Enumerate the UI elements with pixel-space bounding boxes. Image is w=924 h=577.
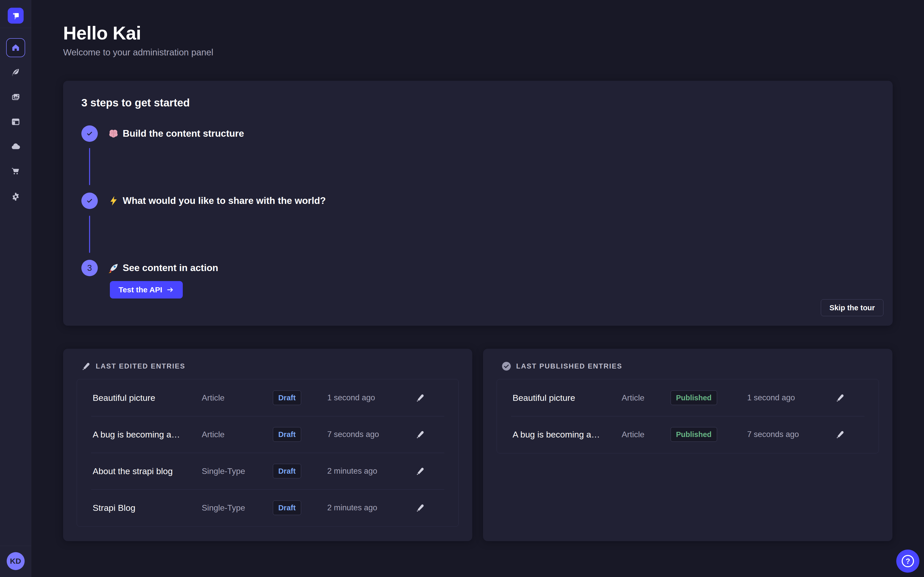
sidebar-item-media-library[interactable] <box>6 88 25 107</box>
help-button[interactable]: ? <box>896 550 919 573</box>
sidebar-item-settings[interactable] <box>6 187 25 206</box>
entry-type: Article <box>622 393 645 402</box>
pencil-icon <box>415 393 425 403</box>
last-published-header: LAST PUBLISHED ENTRIES <box>501 361 622 372</box>
onboarding-card: 3 steps to get started Build the content… <box>63 81 893 326</box>
sidebar-divider-bottom <box>0 546 31 546</box>
entry-type: Article <box>622 430 645 439</box>
table-row: Strapi Blog Single-Type Draft 2 minutes … <box>77 489 459 526</box>
question-mark-icon: ? <box>902 555 914 567</box>
last-edited-header: LAST EDITED ENTRIES <box>81 361 185 372</box>
entry-title: A bug is becoming a… <box>512 429 600 439</box>
status-badge: Published <box>671 390 717 405</box>
edit-entry-button[interactable] <box>413 464 428 478</box>
check-circle-icon <box>501 361 512 371</box>
step-connector-1 <box>89 148 90 185</box>
pencil-icon <box>415 503 425 513</box>
entry-time: 1 second ago <box>327 393 375 402</box>
arrow-right-icon <box>166 286 174 293</box>
status-badge: Draft <box>273 427 301 442</box>
entry-time: 2 minutes ago <box>327 466 377 476</box>
last-edited-card: LAST EDITED ENTRIES Beautiful picture Ar… <box>63 349 472 541</box>
status-badge: Draft <box>273 464 301 478</box>
entry-type: Single-Type <box>202 466 245 476</box>
user-avatar[interactable]: KD <box>6 552 25 570</box>
strapi-admin-dashboard: KD Hello Kai Welcome to your administrat… <box>0 0 924 577</box>
strapi-logo-icon <box>10 10 21 21</box>
page-subtitle: Welcome to your administration panel <box>63 47 213 58</box>
entry-time: 7 seconds ago <box>747 430 799 439</box>
entry-title: Beautiful picture <box>93 393 155 403</box>
layout-icon <box>10 116 21 127</box>
onboarding-title: 3 steps to get started <box>81 97 190 109</box>
skip-tour-label: Skip the tour <box>829 304 875 312</box>
last-published-table: Beautiful picture Article Published 1 se… <box>497 379 879 453</box>
table-row: Beautiful picture Article Draft 1 second… <box>77 379 459 416</box>
brain-emoji-icon <box>108 128 119 139</box>
sidebar-item-content-type-builder[interactable] <box>6 112 25 131</box>
skip-tour-button[interactable]: Skip the tour <box>821 299 884 316</box>
media-library-icon <box>10 92 21 103</box>
entry-type: Single-Type <box>202 503 245 513</box>
cloud-icon <box>10 141 21 152</box>
pencil-icon <box>81 361 91 371</box>
step-3-label: See content in action <box>108 263 218 273</box>
strapi-logo[interactable] <box>8 8 24 24</box>
sidebar-item-content-manager[interactable] <box>6 63 25 82</box>
entry-time: 1 second ago <box>747 393 795 402</box>
sidebar: KD <box>0 0 31 577</box>
table-row: Beautiful picture Article Published 1 se… <box>497 379 879 416</box>
sidebar-item-deploy[interactable] <box>6 137 25 156</box>
entry-title: A bug is becoming a… <box>93 429 180 439</box>
table-row: About the strapi blog Single-Type Draft … <box>77 453 459 489</box>
entry-time: 7 seconds ago <box>327 430 379 439</box>
pencil-icon <box>835 393 845 403</box>
edit-entry-button[interactable] <box>413 390 428 405</box>
status-badge: Published <box>671 427 717 442</box>
sidebar-item-marketplace[interactable] <box>6 162 25 181</box>
cart-icon <box>10 166 21 177</box>
edit-entry-button[interactable] <box>833 390 848 405</box>
page-title: Hello Kai <box>63 23 141 44</box>
entry-title: Beautiful picture <box>512 393 575 403</box>
step-3-number: 3 <box>87 263 92 273</box>
last-edited-heading: LAST EDITED ENTRIES <box>96 363 185 370</box>
step-2-text: What would you like to share with the wo… <box>123 195 326 206</box>
last-published-card: LAST PUBLISHED ENTRIES Beautiful picture… <box>483 349 892 541</box>
gear-icon <box>10 191 21 202</box>
step-connector-2 <box>89 216 90 253</box>
step-3-text: See content in action <box>123 263 218 273</box>
check-icon <box>86 130 94 137</box>
feather-icon <box>10 67 21 78</box>
edit-entry-button[interactable] <box>833 427 848 442</box>
home-icon <box>11 43 21 53</box>
table-row: A bug is becoming a… Article Published 7… <box>497 416 879 453</box>
status-badge: Draft <box>273 500 301 515</box>
rocket-emoji-icon <box>108 263 119 273</box>
last-published-heading: LAST PUBLISHED ENTRIES <box>516 363 622 370</box>
step-1-check-circle <box>81 126 98 142</box>
step-1-text: Build the content structure <box>123 128 244 139</box>
entry-time: 2 minutes ago <box>327 503 377 513</box>
check-icon <box>86 197 94 205</box>
step-3-number-circle: 3 <box>81 260 98 276</box>
table-row: A bug is becoming a… Article Draft 7 sec… <box>77 416 459 453</box>
step-2-label: What would you like to share with the wo… <box>108 195 326 206</box>
step-1-label: Build the content structure <box>108 128 244 139</box>
pencil-icon <box>835 430 845 439</box>
test-api-button[interactable]: Test the API <box>110 281 183 298</box>
test-api-label: Test the API <box>119 285 162 294</box>
entry-type: Article <box>202 430 225 439</box>
status-badge: Draft <box>273 390 301 405</box>
avatar-initials: KD <box>10 557 21 566</box>
edit-entry-button[interactable] <box>413 501 428 515</box>
entry-type: Article <box>202 393 225 402</box>
sidebar-item-home[interactable] <box>6 38 25 57</box>
pencil-icon <box>415 430 425 439</box>
step-2-check-circle <box>81 193 98 209</box>
last-edited-table: Beautiful picture Article Draft 1 second… <box>77 379 459 527</box>
entry-title: About the strapi blog <box>93 466 173 476</box>
edit-entry-button[interactable] <box>413 427 428 442</box>
pencil-icon <box>415 466 425 476</box>
entry-title: Strapi Blog <box>93 503 135 513</box>
